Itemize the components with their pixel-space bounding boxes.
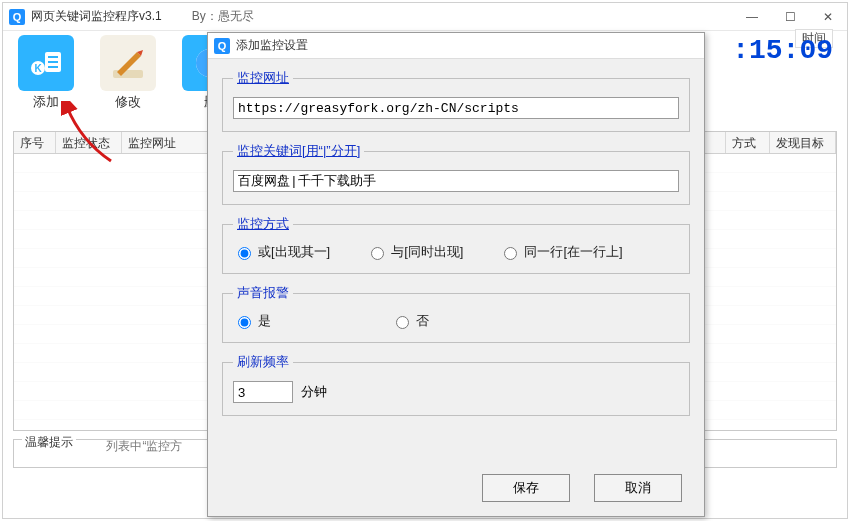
col-mode[interactable]: 方式 bbox=[726, 132, 770, 153]
alarm-no-option[interactable]: 否 bbox=[391, 312, 429, 330]
url-input[interactable] bbox=[233, 97, 679, 119]
alarm-yes-option[interactable]: 是 bbox=[233, 312, 271, 330]
cancel-button[interactable]: 取消 bbox=[594, 474, 682, 502]
col-status[interactable]: 监控状态 bbox=[56, 132, 122, 153]
main-author: By：愚无尽 bbox=[192, 8, 254, 25]
dialog-icon: Q bbox=[214, 38, 230, 54]
dialog-titlebar[interactable]: Q 添加监控设置 bbox=[208, 33, 704, 59]
window-controls: — ☐ ✕ bbox=[733, 6, 847, 28]
maximize-button[interactable]: ☐ bbox=[771, 6, 809, 28]
svg-rect-6 bbox=[113, 70, 143, 78]
mode-line-radio[interactable] bbox=[504, 247, 517, 260]
refresh-fieldset: 刷新频率 分钟 bbox=[222, 353, 690, 416]
keyword-legend: 监控关键词[用“|”分开] bbox=[233, 142, 364, 160]
add-icon: K bbox=[18, 35, 74, 91]
close-button[interactable]: ✕ bbox=[809, 6, 847, 28]
app-icon: Q bbox=[9, 9, 25, 25]
edit-label: 修改 bbox=[115, 93, 141, 111]
mode-fieldset: 监控方式 或[出现其一] 与[同时出现] 同一行[在一行上] bbox=[222, 215, 690, 274]
add-button[interactable]: K 添加 bbox=[11, 35, 81, 111]
url-fieldset: 监控网址 bbox=[222, 69, 690, 132]
refresh-input[interactable] bbox=[233, 381, 293, 403]
save-button[interactable]: 保存 bbox=[482, 474, 570, 502]
mode-or-radio[interactable] bbox=[238, 247, 251, 260]
keyword-input[interactable] bbox=[233, 170, 679, 192]
clock-display: :15:09 bbox=[732, 35, 833, 66]
minimize-button[interactable]: — bbox=[733, 6, 771, 28]
alarm-fieldset: 声音报警 是 否 bbox=[222, 284, 690, 343]
mode-or-option[interactable]: 或[出现其一] bbox=[233, 243, 330, 261]
mode-line-label: 同一行[在一行上] bbox=[524, 243, 622, 261]
alarm-yes-radio[interactable] bbox=[238, 316, 251, 329]
mode-and-radio[interactable] bbox=[371, 247, 384, 260]
mode-legend: 监控方式 bbox=[233, 215, 293, 233]
col-found[interactable]: 发现目标 bbox=[770, 132, 836, 153]
refresh-unit: 分钟 bbox=[301, 383, 327, 401]
alarm-legend: 声音报警 bbox=[233, 284, 293, 302]
refresh-legend: 刷新频率 bbox=[233, 353, 293, 371]
url-legend: 监控网址 bbox=[233, 69, 293, 87]
col-index[interactable]: 序号 bbox=[14, 132, 56, 153]
mode-and-label: 与[同时出现] bbox=[391, 243, 463, 261]
hint-text: 列表中“监控方 bbox=[106, 439, 182, 453]
main-title: 网页关键词监控程序v3.1 bbox=[31, 8, 162, 25]
alarm-yes-label: 是 bbox=[258, 312, 271, 330]
add-label: 添加 bbox=[33, 93, 59, 111]
dialog-buttons: 保存 取消 bbox=[208, 464, 704, 516]
alarm-no-label: 否 bbox=[416, 312, 429, 330]
mode-and-option[interactable]: 与[同时出现] bbox=[366, 243, 463, 261]
mode-or-label: 或[出现其一] bbox=[258, 243, 330, 261]
main-titlebar[interactable]: Q 网页关键词监控程序v3.1 By：愚无尽 — ☐ ✕ bbox=[3, 3, 847, 31]
mode-line-option[interactable]: 同一行[在一行上] bbox=[499, 243, 622, 261]
svg-text:K: K bbox=[34, 63, 42, 74]
keyword-fieldset: 监控关键词[用“|”分开] bbox=[222, 142, 690, 205]
add-monitor-dialog: Q 添加监控设置 监控网址 监控关键词[用“|”分开] 监控方式 或[出现其一]… bbox=[207, 32, 705, 517]
alarm-no-radio[interactable] bbox=[396, 316, 409, 329]
dialog-title: 添加监控设置 bbox=[236, 37, 308, 54]
edit-icon bbox=[100, 35, 156, 91]
edit-button[interactable]: 修改 bbox=[93, 35, 163, 111]
dialog-body: 监控网址 监控关键词[用“|”分开] 监控方式 或[出现其一] 与[同时出现] … bbox=[208, 59, 704, 464]
hint-label: 温馨提示 bbox=[22, 434, 76, 451]
